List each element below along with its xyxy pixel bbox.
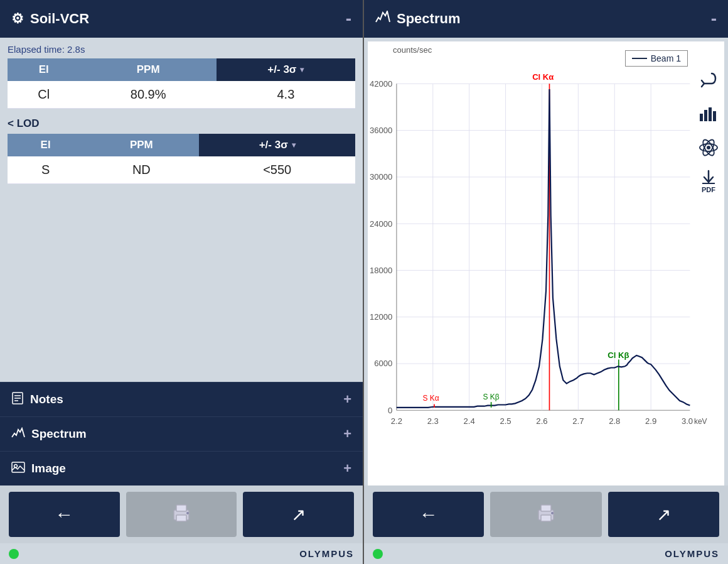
spectrum-chart-area: counts/sec Beam 1 42000 36000 30000 2400… bbox=[368, 41, 724, 485]
export-arrow-icon: ↗ bbox=[291, 504, 306, 525]
svg-text:36000: 36000 bbox=[370, 126, 392, 135]
main-row-ppm: 80.9% bbox=[80, 81, 216, 109]
left-panel-title: Soil-VCR bbox=[30, 11, 89, 27]
counts-label: counts/sec bbox=[393, 45, 432, 55]
svg-rect-7 bbox=[176, 505, 186, 511]
lod-col-el: El bbox=[8, 134, 83, 156]
svg-point-9 bbox=[186, 512, 189, 514]
svg-rect-54 bbox=[709, 107, 712, 121]
undo-button[interactable] bbox=[695, 67, 722, 93]
svg-text:2.7: 2.7 bbox=[572, 416, 584, 426]
svg-text:0: 0 bbox=[388, 406, 392, 415]
svg-text:Cl Kβ: Cl Kβ bbox=[608, 350, 629, 360]
svg-text:S Kβ: S Kβ bbox=[483, 393, 500, 401]
right-panel: Spectrum - counts/sec Beam 1 42000 36000… bbox=[364, 0, 728, 564]
svg-rect-55 bbox=[713, 111, 716, 121]
right-export-button[interactable]: ↗ bbox=[608, 492, 719, 537]
main-row-sigma: 4.3 bbox=[217, 81, 355, 109]
right-print-icon bbox=[535, 504, 557, 526]
table-row: S ND <550 bbox=[8, 156, 355, 184]
svg-text:18000: 18000 bbox=[370, 266, 392, 275]
svg-rect-52 bbox=[700, 114, 703, 121]
svg-text:Cl Kα: Cl Kα bbox=[532, 72, 554, 82]
svg-point-56 bbox=[707, 146, 710, 149]
svg-text:keV: keV bbox=[694, 417, 707, 426]
main-col-ppm: PPM bbox=[80, 58, 216, 81]
atom-button[interactable] bbox=[695, 134, 722, 161]
lod-row-el: S bbox=[8, 156, 83, 184]
svg-text:2.3: 2.3 bbox=[427, 416, 439, 426]
notes-section[interactable]: Notes + bbox=[0, 382, 363, 416]
right-panel-header: Spectrum - bbox=[364, 0, 728, 38]
svg-rect-62 bbox=[541, 505, 551, 511]
image-label: Image bbox=[31, 462, 66, 475]
elapsed-time: Elapsed time: 2.8s bbox=[8, 44, 355, 55]
lod-data-table: El PPM +/- 3σ ▾ S ND <550 bbox=[8, 134, 355, 184]
notes-icon bbox=[11, 392, 24, 408]
left-print-button[interactable] bbox=[126, 492, 237, 537]
lod-label: < LOD bbox=[8, 117, 355, 130]
right-print-button[interactable] bbox=[490, 492, 601, 537]
svg-point-64 bbox=[551, 512, 554, 514]
main-data-table: El PPM +/- 3σ ▾ Cl 80.9% 4.3 bbox=[8, 58, 355, 109]
right-back-button[interactable]: ← bbox=[373, 492, 484, 537]
main-row-el: Cl bbox=[8, 81, 80, 109]
right-status-dot bbox=[373, 549, 383, 559]
pdf-label: PDF bbox=[702, 186, 715, 193]
left-panel: ⚙ Soil-VCR - Elapsed time: 2.8s El PPM +… bbox=[0, 0, 364, 564]
notes-label: Notes bbox=[30, 393, 63, 406]
svg-rect-8 bbox=[176, 515, 186, 521]
right-olympus-logo: OLYMPUS bbox=[665, 548, 719, 559]
print-icon bbox=[170, 504, 193, 526]
spectrum-section[interactable]: Spectrum + bbox=[0, 416, 363, 451]
beam-legend: Beam 1 bbox=[625, 50, 688, 67]
lod-col-ppm: PPM bbox=[83, 134, 199, 156]
right-back-arrow-icon: ← bbox=[419, 504, 438, 525]
spectrum-icon bbox=[11, 427, 25, 442]
settings-icon: ⚙ bbox=[11, 11, 24, 27]
notes-expand-button[interactable]: + bbox=[343, 391, 351, 408]
left-minimize-button[interactable]: - bbox=[346, 9, 351, 29]
svg-text:2.4: 2.4 bbox=[464, 416, 475, 426]
right-status-bar: OLYMPUS bbox=[364, 543, 728, 564]
main-col-sigma[interactable]: +/- 3σ ▾ bbox=[217, 58, 355, 81]
svg-text:30000: 30000 bbox=[370, 172, 392, 182]
svg-rect-53 bbox=[704, 110, 707, 121]
svg-text:6000: 6000 bbox=[374, 359, 392, 368]
svg-text:42000: 42000 bbox=[370, 79, 392, 89]
back-arrow-icon: ← bbox=[55, 504, 73, 525]
svg-text:2.6: 2.6 bbox=[536, 416, 547, 426]
lod-col-sigma[interactable]: +/- 3σ ▾ bbox=[199, 134, 355, 156]
chart-type-button[interactable] bbox=[695, 100, 722, 127]
svg-rect-4 bbox=[12, 462, 24, 472]
svg-text:2.9: 2.9 bbox=[645, 416, 656, 426]
pdf-button[interactable]: PDF bbox=[700, 168, 717, 193]
beam-legend-text: Beam 1 bbox=[651, 53, 681, 63]
left-status-bar: OLYMPUS bbox=[0, 543, 363, 564]
left-export-button[interactable]: ↗ bbox=[243, 492, 354, 537]
right-panel-title: Spectrum bbox=[397, 11, 460, 27]
image-section[interactable]: Image + bbox=[0, 451, 363, 485]
beam-line-icon bbox=[632, 58, 647, 59]
right-export-icon: ↗ bbox=[656, 504, 671, 525]
spectrum-label: Spectrum bbox=[31, 427, 87, 441]
lod-row-sigma: <550 bbox=[199, 156, 355, 184]
spectrum-header-icon bbox=[375, 11, 390, 27]
main-col-el: El bbox=[8, 58, 80, 81]
left-panel-content: Elapsed time: 2.8s El PPM +/- 3σ ▾ Cl 80… bbox=[0, 38, 363, 382]
image-expand-button[interactable]: + bbox=[343, 460, 351, 477]
svg-text:2.8: 2.8 bbox=[609, 416, 620, 426]
left-bottom-toolbar: ← ↗ bbox=[0, 485, 363, 543]
svg-text:24000: 24000 bbox=[370, 219, 392, 229]
left-back-button[interactable]: ← bbox=[9, 492, 120, 537]
svg-rect-63 bbox=[541, 515, 551, 521]
spectrum-expand-button[interactable]: + bbox=[343, 426, 351, 442]
lod-row-ppm: ND bbox=[83, 156, 199, 184]
svg-text:3.0: 3.0 bbox=[682, 416, 693, 426]
table-row: Cl 80.9% 4.3 bbox=[8, 81, 355, 109]
right-bottom-toolbar: ← ↗ bbox=[364, 485, 728, 543]
left-olympus-logo: OLYMPUS bbox=[299, 548, 354, 559]
spectrum-svg: 42000 36000 30000 24000 18000 12000 6000… bbox=[368, 41, 724, 485]
right-minimize-button[interactable]: - bbox=[711, 9, 717, 29]
svg-text:2.2: 2.2 bbox=[391, 416, 402, 426]
